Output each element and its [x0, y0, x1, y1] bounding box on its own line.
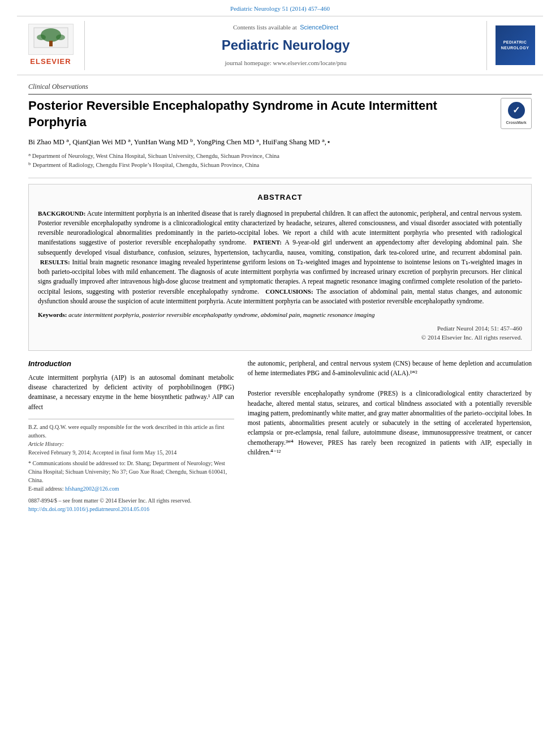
keywords-text: acute intermittent porphyria, posterior …: [68, 311, 374, 318]
intro-col-left: Acute intermittent porphyria (AIP) is an…: [28, 374, 234, 410]
two-column-section: Introduction Acute intermittent porphyri…: [28, 359, 532, 513]
equal-contribution-note: B.Z. and Q.Q.W. were equally responsible…: [28, 423, 234, 440]
footnote-area: B.Z. and Q.Q.W. were equally responsible…: [28, 419, 234, 513]
patient-label: PATIENT:: [253, 239, 282, 246]
journal-header: ELSEVIER Contents lists available at Sci…: [17, 16, 543, 75]
svg-point-4: [56, 35, 65, 40]
email-link[interactable]: hfshang2002@126.com: [65, 486, 119, 492]
journal-badge-area: PEDIATRIC NEUROLOGY: [486, 21, 543, 70]
journal-title: Pediatric Neurology: [222, 36, 350, 55]
homepage-text: journal homepage: www.elsevier.com/locat…: [225, 59, 347, 66]
email-line: E-mail address: hfshang2002@126.com: [28, 484, 234, 493]
intro-col-right: the autonomic, peripheral, and central n…: [248, 360, 532, 376]
affiliation-a: ᵃ Department of Neurology, West China Ho…: [28, 152, 532, 161]
journal-info-center: Contents lists available at ScienceDirec…: [85, 21, 486, 70]
email-label: E-mail address:: [28, 486, 63, 492]
article-history-text: Received February 9, 2014; Accepted in f…: [28, 448, 234, 457]
article-title-text: Posterior Reversible Encephalopathy Synd…: [28, 98, 437, 129]
citation-text: Pediatr Neurol 2014; 51: 457–460: [38, 324, 522, 333]
page: Pediatric Neurology 51 (2014) 457–460: [0, 0, 560, 747]
intro-left-text: Acute intermittent porphyria (AIP) is an…: [28, 373, 234, 412]
sciencedirect-prefix: Contents lists available at: [233, 24, 297, 31]
main-content: Clinical Observations Posterior Reversib…: [0, 75, 560, 525]
svg-point-3: [37, 35, 46, 40]
elsevier-logo-image: [28, 24, 74, 55]
column-right: the autonomic, peripheral, and central n…: [248, 359, 532, 513]
journal-reference: Pediatric Neurology 51 (2014) 457–460: [0, 0, 560, 16]
introduction-heading: Introduction: [28, 359, 234, 370]
citation-line: Pediatr Neurol 2014; 51: 457–460 © 2014 …: [38, 324, 522, 342]
badge-line1: PEDIATRIC: [503, 40, 527, 45]
badge-line2: NEUROLOGY: [501, 45, 529, 51]
intro-right-text: the autonomic, peripheral, and central n…: [248, 359, 532, 379]
crossmark-label: CrossMark: [506, 120, 526, 125]
svg-rect-2: [49, 41, 53, 46]
elsevier-branding: ELSEVIER: [17, 21, 85, 70]
crossmark-icon: ✓: [508, 102, 525, 119]
copyright-notice: – see front matter © 2014 Elsevier Inc. …: [59, 497, 192, 504]
crossmark-badge[interactable]: ✓ CrossMark: [501, 98, 532, 129]
article-title: Posterior Reversible Encephalopathy Synd…: [28, 98, 532, 130]
doi-link[interactable]: http://dx.doi.org/10.1016/j.pediatrneuro…: [28, 505, 234, 513]
article-history-label: Article History:: [28, 440, 234, 448]
issn-line: 0887-8994/$ – see front matter © 2014 El…: [28, 496, 234, 505]
elsevier-label: ELSEVIER: [30, 57, 71, 67]
background-label: BACKGROUND:: [38, 210, 85, 217]
abstract-section: ABSTRACT BACKGROUND: Acute intermittent …: [28, 184, 532, 351]
elsevier-logo: ELSEVIER: [28, 24, 74, 67]
pn-badge: PEDIATRIC NEUROLOGY: [496, 25, 535, 65]
conclusions-label: CONCLUSIONS:: [265, 288, 313, 295]
sciencedirect-line: Contents lists available at ScienceDirec…: [233, 23, 338, 32]
history-label-text: Article History:: [28, 441, 64, 447]
correspondence-text: * Communications should be addressed to:…: [28, 459, 234, 484]
sciencedirect-link[interactable]: ScienceDirect: [300, 24, 338, 31]
authors-line: Bi Zhao MD ᵃ, QianQian Wei MD ᵃ, YunHan …: [28, 137, 532, 147]
affiliation-b: ᵇ Department of Radiology, Chengdu First…: [28, 161, 532, 170]
issn-text: 0887-8994/$: [28, 497, 57, 504]
affiliations: ᵃ Department of Neurology, West China Ho…: [28, 152, 532, 170]
pres-body: Posterior reversible encephalopathy synd…: [248, 390, 532, 456]
journal-homepage: journal homepage: www.elsevier.com/locat…: [225, 59, 347, 68]
keywords-label: Keywords:: [38, 311, 67, 318]
abstract-body: BACKGROUND: Acute intermittent porphyria…: [38, 209, 522, 307]
divider-1: [28, 178, 532, 178]
keywords-line: Keywords: acute intermittent porphyria, …: [38, 311, 522, 320]
section-label: Clinical Observations: [28, 82, 532, 95]
journal-ref-text: Pediatric Neurology 51 (2014) 457–460: [230, 5, 330, 12]
pres-text: Posterior reversible encephalopathy synd…: [248, 389, 532, 457]
abstract-title: ABSTRACT: [38, 192, 522, 203]
copyright-text: © 2014 Elsevier Inc. All rights reserved…: [38, 333, 522, 342]
column-left: Introduction Acute intermittent porphyri…: [28, 359, 234, 513]
results-label: RESULTS:: [40, 259, 70, 265]
authors-text: Bi Zhao MD ᵃ, QianQian Wei MD ᵃ, YunHan …: [28, 138, 331, 146]
